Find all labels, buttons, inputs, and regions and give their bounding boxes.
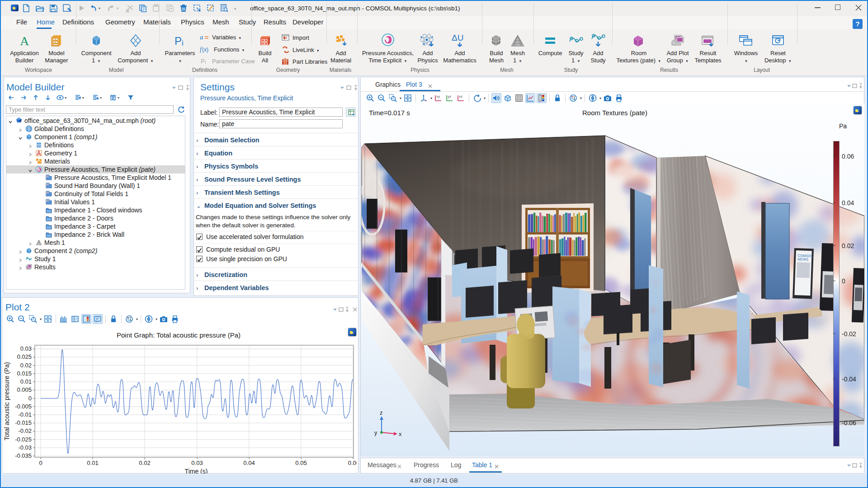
svg-text:-0.01: -0.01 [18,411,32,418]
svg-text:0.025: 0.025 [17,353,32,360]
svg-text:0.05: 0.05 [295,460,307,466]
svg-text:0.03: 0.03 [191,460,203,466]
svg-text:D: D [47,183,49,186]
svg-text:z: z [380,409,383,416]
svg-text:D: D [47,199,49,202]
svg-text:a: a [200,33,203,41]
svg-text:NEWS: NEWS [797,257,808,262]
svg-text:Time (s): Time (s) [185,468,208,474]
svg-text:0.005: 0.005 [17,386,32,393]
svg-text:-0.02: -0.02 [18,427,32,434]
svg-text:P: P [175,35,182,47]
svg-text:Total acoustic pressure (Pa): Total acoustic pressure (Pa) [3,362,10,441]
svg-text:0.01: 0.01 [87,460,98,466]
svg-text:(x): (x) [202,47,208,53]
svg-text:0: 0 [28,395,32,402]
svg-text:P: P [201,58,205,65]
svg-text:D: D [47,191,49,194]
svg-text:-0.035: -0.035 [15,452,32,459]
svg-text:-0.015: -0.015 [15,419,32,426]
svg-text:0.04: 0.04 [243,460,255,466]
svg-text:i: i [205,60,206,65]
svg-text:y: y [374,429,377,436]
svg-text:0: 0 [39,460,42,466]
svg-text:A: A [20,34,29,48]
svg-text:0.06: 0.06 [348,460,357,466]
svg-text:D: D [47,175,49,178]
svg-text:ΔU: ΔU [452,33,463,42]
svg-text:0.02: 0.02 [139,460,150,466]
svg-text:x: x [399,431,402,437]
svg-text:-0.03: -0.03 [18,444,32,451]
svg-text:0.01: 0.01 [20,378,32,385]
svg-text:-0.025: -0.025 [15,436,32,443]
svg-text:-0.005: -0.005 [15,403,32,410]
svg-text:0.02: 0.02 [20,362,32,369]
svg-text:0.03: 0.03 [20,345,32,352]
svg-text:i: i [182,39,184,47]
svg-text:0.015: 0.015 [17,370,32,377]
